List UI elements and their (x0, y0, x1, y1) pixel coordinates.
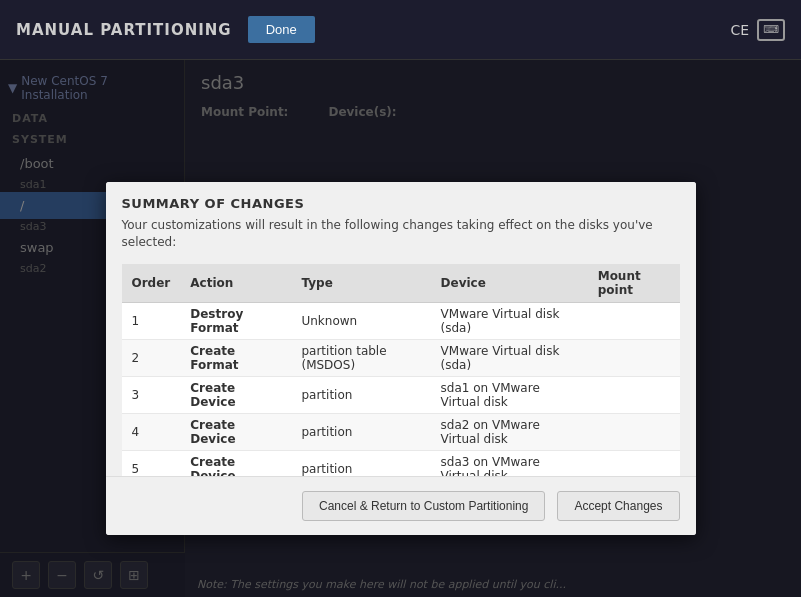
col-type: Type (291, 264, 430, 303)
cell-action: Create Device (180, 451, 291, 477)
col-action: Action (180, 264, 291, 303)
changes-table-body: 1Destroy FormatUnknownVMware Virtual dis… (122, 303, 680, 477)
cell-action: Destroy Format (180, 303, 291, 340)
main-area: ▼ New CentOS 7 Installation DATA SYSTEM … (0, 60, 801, 597)
cell-mount (588, 451, 680, 477)
cell-mount (588, 303, 680, 340)
modal-subtitle: Your customizations will result in the f… (122, 217, 680, 251)
table-row: 5Create Devicepartitionsda3 on VMware Vi… (122, 451, 680, 477)
modal-header: SUMMARY OF CHANGES Your customizations w… (106, 182, 696, 257)
top-bar: MANUAL PARTITIONING Done CE ⌨ (0, 0, 801, 60)
cell-order: 5 (122, 451, 181, 477)
cell-mount (588, 414, 680, 451)
changes-table-container: Order Action Type Device Mount point 1De… (106, 256, 696, 476)
cell-type: partition (291, 377, 430, 414)
top-bar-right: CE ⌨ (730, 19, 785, 41)
modal-overlay: SUMMARY OF CHANGES Your customizations w… (0, 60, 801, 597)
cell-action: Create Device (180, 377, 291, 414)
modal-title: SUMMARY OF CHANGES (122, 196, 680, 211)
page-title: MANUAL PARTITIONING (16, 21, 232, 39)
top-bar-left: MANUAL PARTITIONING Done (16, 16, 315, 43)
cell-mount (588, 377, 680, 414)
col-device: Device (431, 264, 588, 303)
cell-type: partition table (MSDOS) (291, 340, 430, 377)
cell-device: sda3 on VMware Virtual disk (431, 451, 588, 477)
table-row: 4Create Devicepartitionsda2 on VMware Vi… (122, 414, 680, 451)
summary-modal: SUMMARY OF CHANGES Your customizations w… (106, 182, 696, 536)
brand-label: CE (730, 22, 749, 38)
cell-order: 1 (122, 303, 181, 340)
cell-type: Unknown (291, 303, 430, 340)
cell-order: 2 (122, 340, 181, 377)
col-mount: Mount point (588, 264, 680, 303)
table-header: Order Action Type Device Mount point (122, 264, 680, 303)
modal-footer: Cancel & Return to Custom Partitioning A… (106, 476, 696, 535)
table-row: 2Create Formatpartition table (MSDOS)VMw… (122, 340, 680, 377)
done-button[interactable]: Done (248, 16, 315, 43)
keyboard-icon[interactable]: ⌨ (757, 19, 785, 41)
cell-mount (588, 340, 680, 377)
cancel-button[interactable]: Cancel & Return to Custom Partitioning (302, 491, 545, 521)
cell-type: partition (291, 451, 430, 477)
cell-device: sda2 on VMware Virtual disk (431, 414, 588, 451)
changes-table: Order Action Type Device Mount point 1De… (122, 264, 680, 476)
table-row: 1Destroy FormatUnknownVMware Virtual dis… (122, 303, 680, 340)
col-order: Order (122, 264, 181, 303)
cell-action: Create Format (180, 340, 291, 377)
cell-type: partition (291, 414, 430, 451)
cell-action: Create Device (180, 414, 291, 451)
table-row: 3Create Devicepartitionsda1 on VMware Vi… (122, 377, 680, 414)
cell-device: VMware Virtual disk (sda) (431, 340, 588, 377)
cell-order: 4 (122, 414, 181, 451)
cell-order: 3 (122, 377, 181, 414)
cell-device: VMware Virtual disk (sda) (431, 303, 588, 340)
cell-device: sda1 on VMware Virtual disk (431, 377, 588, 414)
accept-button[interactable]: Accept Changes (557, 491, 679, 521)
